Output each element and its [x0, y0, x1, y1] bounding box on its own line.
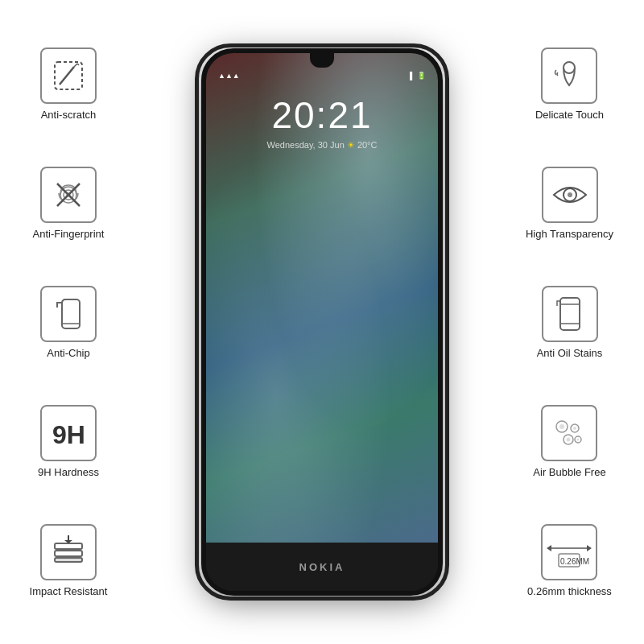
high-transparency-label: High Transparency [526, 228, 613, 240]
high-transparency-icon-box [542, 167, 598, 223]
anti-oil-icon-box [542, 286, 598, 342]
svg-text:9H: 9H [52, 420, 85, 449]
thickness-icon-box: 0.26MM [541, 524, 597, 580]
svg-point-24 [559, 424, 564, 429]
fingerprint-icon [49, 175, 88, 214]
phone-small-icon [552, 295, 588, 333]
phone-mockup: ▲▲▲ ▌ 🔋 20:21 Wednesday, 30 Jun ☀ 20°C N… [201, 48, 443, 596]
anti-fingerprint-icon-box [40, 167, 97, 223]
eye-icon [550, 175, 590, 214]
anti-scratch-icon-box [40, 47, 97, 104]
anti-chip-icon-box [40, 286, 97, 342]
svg-rect-12 [55, 543, 82, 549]
svg-line-1 [60, 67, 74, 85]
9h-hardness-icon: 9H [48, 413, 89, 453]
svg-marker-32 [547, 545, 551, 551]
impact-icon [48, 532, 89, 572]
svg-rect-20 [560, 298, 580, 330]
phone-time-display: 20:21 Wednesday, 30 Jun ☀ 20°C [206, 93, 438, 151]
feature-delicate-touch: Delicate Touch [535, 47, 604, 121]
air-bubble-label: Air Bubble Free [533, 466, 605, 478]
phone-brand: NOKIA [299, 561, 345, 573]
status-icons: ▲▲▲ [218, 72, 240, 85]
air-bubble-icon-box [541, 405, 597, 461]
thickness-label: 0.26mm thickness [527, 585, 612, 597]
svg-point-30 [577, 438, 580, 440]
anti-chip-label: Anti-Chip [47, 347, 89, 359]
chip-icon [51, 296, 86, 332]
impact-icon-box [40, 524, 97, 580]
scratch-icon [50, 57, 87, 94]
anti-scratch-label: Anti-scratch [41, 109, 97, 121]
svg-text:0.26MM: 0.26MM [560, 557, 589, 566]
phone-screen: ▲▲▲ ▌ 🔋 20:21 Wednesday, 30 Jun ☀ 20°C [206, 53, 438, 543]
delicate-touch-label: Delicate Touch [535, 109, 604, 121]
phone-temp: 20°C [357, 140, 378, 150]
sun-icon: ☀ [347, 140, 357, 150]
bubbles-icon [549, 414, 589, 452]
phone-notch [310, 53, 334, 68]
phone-date: Wednesday, 30 Jun [267, 140, 345, 150]
anti-fingerprint-label: Anti-Fingerprint [33, 228, 105, 240]
touch-icon [550, 56, 588, 95]
impact-resistant-label: Impact Resistant [30, 585, 108, 597]
svg-line-3 [77, 64, 79, 65]
svg-line-2 [74, 64, 77, 67]
svg-rect-14 [55, 558, 82, 562]
feature-9h-hardness: 9H 9H Hardness [38, 405, 99, 478]
feature-anti-scratch: Anti-scratch [40, 47, 97, 121]
delicate-touch-icon-box [541, 47, 597, 104]
svg-rect-0 [55, 62, 82, 89]
phone-bottom-bar: NOKIA [206, 543, 438, 591]
svg-point-19 [568, 192, 572, 197]
battery-icon: ▌ 🔋 [410, 72, 426, 85]
thickness-icon: 0.26MM [545, 532, 593, 572]
feature-anti-fingerprint: Anti-Fingerprint [33, 167, 105, 240]
svg-marker-33 [587, 545, 592, 551]
phone-time: 20:21 [206, 93, 438, 137]
feature-anti-oil-stains: Anti Oil Stains [537, 286, 603, 359]
left-features-column: Anti-scratch Anti-Fingerp [0, 0, 137, 644]
9h-icon-box: 9H [40, 405, 97, 461]
svg-rect-13 [55, 551, 82, 556]
svg-point-28 [567, 437, 571, 441]
svg-point-26 [573, 427, 576, 430]
feature-thickness: 0.26MM 0.26mm thickness [527, 524, 612, 597]
phone-statusbar: ▲▲▲ ▌ 🔋 [206, 69, 438, 85]
phone-body: ▲▲▲ ▌ 🔋 20:21 Wednesday, 30 Jun ☀ 20°C N… [201, 48, 443, 596]
anti-oil-label: Anti Oil Stains [537, 347, 603, 359]
feature-impact-resistant: Impact Resistant [30, 524, 108, 597]
svg-point-17 [564, 62, 575, 73]
right-features-column: Delicate Touch High Transparency [495, 0, 644, 644]
phone-date-temp: Wednesday, 30 Jun ☀ 20°C [206, 140, 438, 151]
main-container: Anti-scratch Anti-Fingerp [0, 0, 644, 644]
feature-high-transparency: High Transparency [526, 167, 613, 240]
9h-hardness-label: 9H Hardness [38, 466, 99, 478]
feature-air-bubble-free: Air Bubble Free [533, 405, 605, 478]
feature-anti-chip: Anti-Chip [40, 286, 97, 359]
